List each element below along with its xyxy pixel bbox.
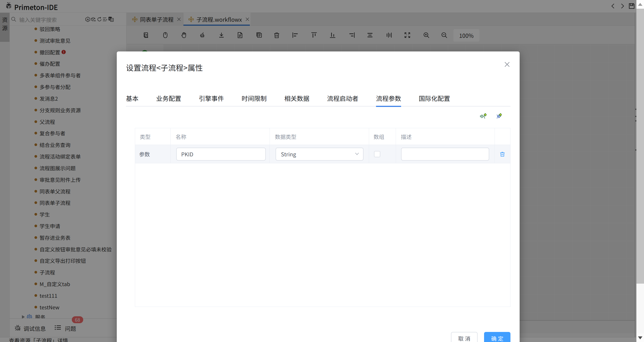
table-row: 参数 PKID String (135, 145, 510, 163)
dialog-close-icon[interactable] (504, 61, 510, 68)
col-header-description: 描述 (401, 128, 412, 145)
dialog-tab[interactable]: 引擎事件 (199, 92, 224, 106)
scrollbar-down-arrow[interactable] (636, 334, 644, 342)
dialog-tabs: 基本业务配置引擎事件时间限制相关数据流程启动者流程参数国际化配置 (126, 92, 510, 106)
col-header-name: 名称 (176, 128, 186, 145)
scrollbar-up-arrow[interactable] (636, 0, 644, 8)
ok-button[interactable]: 确 定 (484, 332, 510, 342)
param-name-input[interactable]: PKID (176, 148, 266, 160)
col-header-type: 类型 (140, 128, 150, 145)
parameters-table: 类型 名称 数据类型 数组 描述 参数 PKID String (135, 128, 510, 307)
table-header-row: 类型 名称 数据类型 数组 描述 (135, 128, 510, 145)
dialog-tab[interactable]: 相关数据 (284, 92, 309, 106)
add-input-param-icon[interactable] (480, 113, 486, 120)
dialog-tab[interactable]: 国际化配置 (419, 92, 450, 106)
dialog-tab[interactable]: 流程启动者 (327, 92, 358, 106)
cancel-button[interactable]: 取 消 (451, 332, 478, 342)
col-header-array: 数组 (374, 128, 384, 145)
dialog-title: 设置流程<子流程>属性 (126, 62, 203, 73)
chevron-down-icon (355, 152, 359, 155)
param-datatype-select[interactable]: String (276, 148, 364, 160)
param-array-checkbox[interactable] (374, 151, 380, 157)
scrollbar-thumb[interactable] (636, 9, 644, 284)
param-description-input[interactable] (401, 148, 489, 160)
dialog-tab[interactable]: 流程参数 (376, 92, 401, 106)
browser-scrollbar[interactable] (636, 0, 644, 342)
dialog-tab[interactable]: 基本 (126, 92, 138, 106)
process-properties-dialog: 设置流程<子流程>属性 基本业务配置引擎事件时间限制相关数据流程启动者流程参数国… (117, 52, 520, 342)
dialog-table-actions (480, 113, 510, 120)
col-header-datatype: 数据类型 (275, 128, 296, 145)
param-datatype-value: String (281, 150, 296, 158)
delete-row-icon[interactable] (500, 152, 505, 157)
param-type-label: 参数 (139, 145, 150, 163)
add-output-param-icon[interactable] (495, 113, 502, 120)
dialog-tab[interactable]: 时间限制 (242, 92, 267, 106)
dialog-tab[interactable]: 业务配置 (156, 92, 181, 106)
